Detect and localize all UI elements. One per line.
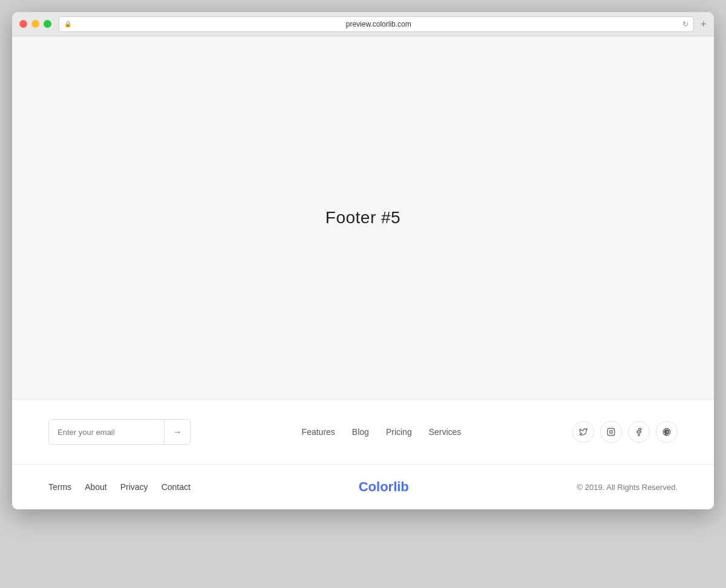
address-bar[interactable]: 🔒 preview.colorlib.com ↻ (59, 16, 694, 32)
facebook-icon-button[interactable] (628, 421, 650, 443)
instagram-icon-button[interactable] (600, 421, 622, 443)
footer-copyright: © 2019. All Rights Reserved. (577, 483, 678, 492)
nav-link-services[interactable]: Services (429, 427, 462, 437)
nav-link-pricing[interactable]: Pricing (386, 427, 412, 437)
email-submit-button[interactable]: → (164, 419, 190, 445)
maximize-button[interactable] (44, 20, 51, 28)
footer-lower: Terms About Privacy Contact Colorlib © 2… (12, 464, 714, 509)
browser-controls (19, 20, 51, 28)
footer-link-privacy[interactable]: Privacy (120, 482, 148, 492)
lock-icon: 🔒 (64, 21, 71, 27)
minimize-button[interactable] (31, 20, 39, 28)
url-text: preview.colorlib.com (74, 20, 682, 28)
refresh-button[interactable]: ↻ (682, 20, 688, 28)
footer-link-contact[interactable]: Contact (162, 482, 191, 492)
footer-link-terms[interactable]: Terms (48, 482, 71, 492)
page-main-content: Footer #5 (12, 36, 714, 399)
arrow-icon: → (173, 427, 182, 437)
close-button[interactable] (19, 20, 27, 28)
browser-window: 🔒 preview.colorlib.com ↻ + Footer #5 → F… (12, 12, 714, 509)
page-title: Footer #5 (325, 208, 401, 227)
footer-nav: Features Blog Pricing Services (302, 427, 462, 437)
pinterest-icon-button[interactable] (656, 421, 678, 443)
footer-upper: → Features Blog Pricing Services (12, 399, 714, 464)
email-input-wrapper: → (48, 419, 191, 445)
footer-bottom-links: Terms About Privacy Contact (48, 482, 191, 492)
footer-link-about[interactable]: About (85, 482, 107, 492)
twitter-icon-button[interactable] (572, 421, 594, 443)
svg-point-2 (613, 430, 613, 430)
svg-rect-0 (607, 428, 615, 436)
social-icons (572, 421, 678, 443)
footer-brand[interactable]: Colorlib (359, 479, 409, 495)
email-input[interactable] (49, 428, 164, 437)
new-tab-button[interactable]: + (700, 19, 707, 30)
email-form: → (48, 419, 191, 445)
browser-titlebar: 🔒 preview.colorlib.com ↻ + (12, 12, 714, 36)
nav-link-blog[interactable]: Blog (352, 427, 369, 437)
nav-link-features[interactable]: Features (302, 427, 335, 437)
svg-point-1 (610, 431, 613, 434)
